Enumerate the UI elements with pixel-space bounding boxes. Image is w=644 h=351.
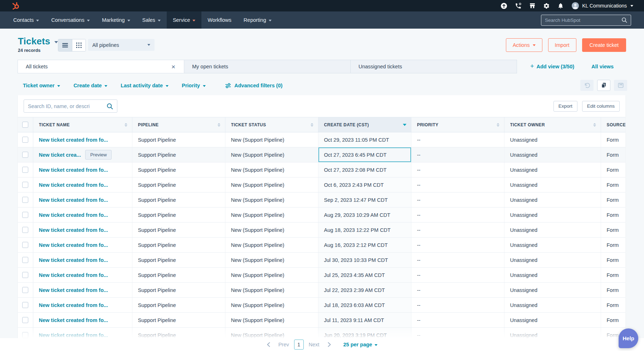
ticket-name-link[interactable]: New ticket created from fo... [39, 182, 108, 188]
select-all-checkbox[interactable] [22, 122, 28, 128]
export-button[interactable]: Export [553, 101, 577, 112]
nav-item[interactable]: Marketing [96, 11, 136, 29]
ticket-name-link[interactable]: New ticket created from fo... [39, 227, 108, 233]
next-page-label[interactable]: Next [309, 342, 319, 347]
create-date-cell[interactable]: Jul 11, 2023 9:11 AM CDT [318, 313, 411, 328]
ticket-name-link[interactable]: New ticket created from fo... [39, 167, 108, 173]
table-row[interactable]: New ticket created from fo... Support Pi… [18, 177, 625, 192]
table-row[interactable]: New ticket created from fo... Support Pi… [18, 162, 625, 177]
undo-button[interactable] [580, 80, 594, 91]
create-date-cell[interactable]: Jul 30, 2023 10:33 PM CDT [318, 253, 411, 268]
table-row[interactable]: New ticket created from fo... Support Pi… [18, 283, 625, 298]
advanced-filters-button[interactable]: Advanced filters (0) [225, 80, 283, 91]
column-header[interactable]: CREATE DATE (CST) [318, 117, 411, 132]
create-date-cell[interactable]: Aug 16, 2023 2:12 PM CDT [318, 238, 411, 253]
view-tab[interactable]: Unassigned tickets [350, 60, 517, 73]
create-date-cell[interactable]: Sep 2, 2023 12:47 PM CDT [318, 192, 411, 208]
marketplace-icon[interactable] [529, 3, 536, 9]
table-row[interactable]: New ticket created from fo... Support Pi… [18, 208, 625, 223]
table-row[interactable]: New ticket created from fo... Support Pi… [18, 313, 625, 328]
all-views-link[interactable]: All views [591, 64, 614, 69]
table-row[interactable]: New ticket created from fo... Support Pi… [18, 132, 625, 147]
row-checkbox[interactable] [22, 197, 28, 203]
settings-icon[interactable] [543, 3, 550, 9]
table-row[interactable]: New ticket created from fo... Support Pi… [18, 268, 625, 283]
nav-item[interactable]: Contacts [7, 11, 45, 29]
ticket-name-link[interactable]: New ticket created from fo... [39, 212, 108, 218]
table-row[interactable]: New ticket created from fo... Support Pi… [18, 238, 625, 253]
sort-icon[interactable] [125, 123, 127, 127]
edit-columns-button[interactable]: Edit columns [582, 101, 620, 112]
list-view-button[interactable] [58, 39, 72, 51]
help-button[interactable]: Help [619, 328, 638, 348]
row-checkbox[interactable] [22, 257, 28, 263]
create-date-cell[interactable]: Aug 29, 2023 10:29 AM CDT [318, 208, 411, 223]
board-view-button[interactable] [72, 39, 86, 51]
upgrade-icon[interactable] [501, 3, 507, 9]
row-checkbox[interactable] [22, 152, 28, 158]
view-tab[interactable]: All tickets × [18, 60, 184, 73]
prev-page-chevron[interactable] [267, 342, 270, 347]
create-date-cell[interactable]: Jul 18, 2023 6:03 AM CDT [318, 298, 411, 313]
nav-item[interactable]: Reporting [238, 11, 278, 29]
create-date-cell[interactable]: Oct 6, 2023 2:43 PM CDT [318, 177, 411, 192]
row-checkbox[interactable] [22, 137, 28, 143]
ticket-name-link[interactable]: New ticket created from fo... [39, 272, 108, 278]
create-ticket-button[interactable]: Create ticket [582, 38, 626, 52]
table-row[interactable]: New ticket created from fo... Support Pi… [18, 298, 625, 313]
ticket-name-link[interactable]: New ticket created from fo... [39, 332, 108, 338]
ticket-name-link[interactable]: New ticket created from fo... [39, 137, 108, 143]
table-row[interactable]: New ticket created from fo... Support Pi… [18, 223, 625, 238]
global-search[interactable] [541, 15, 631, 26]
row-checkbox[interactable] [22, 287, 28, 293]
column-header[interactable]: TICKET STATUS [225, 117, 318, 132]
create-date-cell[interactable]: Oct 29, 2023 11:05 PM CDT [318, 132, 411, 147]
create-date-cell[interactable]: Jun 20, 2023 3:19 PM CDT [318, 328, 411, 338]
row-checkbox[interactable] [22, 332, 28, 338]
row-checkbox[interactable] [22, 242, 28, 248]
view-tab[interactable]: My open tickets [184, 60, 351, 73]
row-checkbox[interactable] [22, 227, 28, 233]
column-header[interactable]: TICKET NAME [33, 117, 132, 132]
create-date-cell[interactable]: Oct 27, 2023 2:08 PM CDT [318, 162, 411, 177]
row-checkbox[interactable] [22, 317, 28, 323]
ticket-name-link[interactable]: New ticket crea... [39, 152, 81, 158]
save-view-button[interactable] [614, 80, 627, 91]
table-row[interactable]: New ticket created from fo... Support Pi… [18, 192, 625, 208]
row-checkbox[interactable] [22, 272, 28, 278]
pipeline-filter-select[interactable]: All pipelines [88, 39, 155, 51]
ticket-name-link[interactable]: New ticket created from fo... [39, 197, 108, 203]
next-page-chevron[interactable] [327, 342, 331, 347]
hubspot-logo[interactable] [12, 2, 20, 10]
table-search[interactable] [24, 99, 117, 113]
table-row[interactable]: New ticket crea... Preview Support Pipel… [18, 147, 625, 162]
sort-icon[interactable] [497, 123, 499, 127]
add-view-link[interactable]: + Add view (3/50) [530, 63, 574, 70]
table-row[interactable]: New ticket created from fo... Support Pi… [18, 253, 625, 268]
filter-dropdown[interactable]: Priority [182, 83, 206, 88]
row-checkbox[interactable] [22, 182, 28, 188]
create-date-cell[interactable]: Oct 27, 2023 6:45 PM CDT [318, 147, 411, 162]
row-checkbox[interactable] [22, 167, 28, 173]
ticket-name-link[interactable]: New ticket created from fo... [39, 287, 108, 293]
calls-icon[interactable] [515, 3, 522, 9]
column-header[interactable]: SOURCE [601, 117, 625, 132]
row-checkbox[interactable] [22, 212, 28, 218]
ticket-name-link[interactable]: New ticket created from fo... [39, 317, 108, 323]
nav-item[interactable]: Service [167, 11, 201, 29]
sort-icon[interactable] [311, 123, 313, 127]
column-header[interactable]: PRIORITY [411, 117, 504, 132]
prev-page-label[interactable]: Prev [278, 342, 289, 347]
column-header[interactable]: TICKET OWNER [504, 117, 601, 132]
nav-item[interactable]: Sales [136, 11, 167, 29]
nav-item[interactable]: Workflows [201, 11, 238, 29]
preview-button[interactable]: Preview [85, 150, 112, 160]
create-date-cell[interactable]: Aug 18, 2023 12:22 PM CDT [318, 223, 411, 238]
close-icon[interactable]: × [171, 63, 176, 70]
filter-dropdown[interactable]: Ticket owner [23, 83, 60, 88]
ticket-name-link[interactable]: New ticket created from fo... [39, 242, 108, 248]
per-page-select[interactable]: 25 per page [343, 342, 378, 347]
sort-icon[interactable] [403, 124, 406, 126]
copy-view-button[interactable] [597, 80, 610, 91]
table-search-input[interactable] [28, 103, 107, 109]
